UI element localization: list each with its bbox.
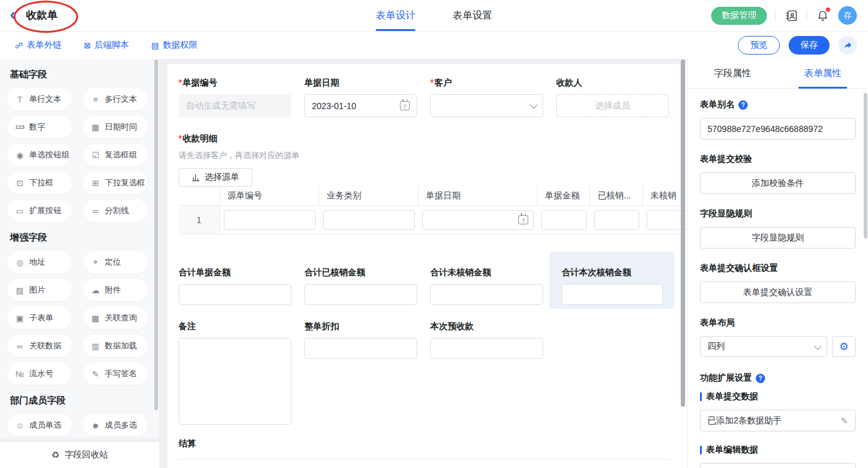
- field-customer[interactable]: 客户: [430, 77, 543, 117]
- field-payment-detail[interactable]: 收款明细 请先选择客户，再选择对应的源单 选择源单: [179, 133, 299, 187]
- source-no-input[interactable]: [224, 210, 316, 230]
- field-discount[interactable]: 整单折扣: [304, 321, 417, 359]
- field-total-written-off[interactable]: 合计已核销金额: [304, 267, 417, 305]
- sidebar-item-label: 地址: [29, 257, 45, 268]
- field-doc-no[interactable]: 单据编号 自动生成无需填写: [179, 77, 291, 117]
- sidebar-scrollbar[interactable]: [154, 60, 158, 410]
- total-written-off-input[interactable]: [304, 284, 417, 305]
- sidebar-item-subform[interactable]: ▣子表单: [7, 307, 72, 329]
- total-doc-amount-input[interactable]: [179, 284, 291, 305]
- edit-icon[interactable]: ✎: [841, 416, 848, 426]
- canvas-scrollbar[interactable]: [681, 60, 685, 407]
- sidebar-item-attachment[interactable]: ☁附件: [83, 279, 148, 301]
- sidebar-item-datetime[interactable]: ▦日期时间: [83, 116, 148, 138]
- sidebar-item-signature[interactable]: ✎手写签名: [83, 363, 148, 385]
- submit-confirm-button[interactable]: 表单提交确认设置: [700, 281, 856, 303]
- discount-input[interactable]: [304, 338, 417, 359]
- sidebar-item-checkbox-group[interactable]: ☑复选框组: [83, 144, 148, 166]
- add-operation-button[interactable]: 添加操作: [700, 463, 856, 468]
- field-total-current-write-off[interactable]: 合计本次核销金额: [562, 267, 663, 305]
- tab-field-properties[interactable]: 字段属性: [688, 59, 778, 88]
- calendar-icon[interactable]: 7: [400, 101, 410, 110]
- total-current-write-off-input[interactable]: [562, 284, 663, 305]
- total-not-written-off-input[interactable]: [430, 284, 543, 305]
- col-header-doc-date: 单据日期: [418, 186, 538, 205]
- add-validation-button[interactable]: 添加校验条件: [700, 172, 856, 194]
- cell-doc-amount: [538, 206, 590, 234]
- data-load-icon: ▥: [91, 342, 100, 351]
- save-button[interactable]: 保存: [789, 36, 830, 55]
- sidebar-item-data-load[interactable]: ▥数据加载: [83, 335, 148, 357]
- preview-button[interactable]: 预览: [738, 36, 780, 55]
- backend-script-button[interactable]: ⊠ 后端脚本: [84, 40, 129, 51]
- back-icon[interactable]: ‹: [10, 5, 16, 24]
- layout-select[interactable]: 四列: [700, 336, 827, 357]
- window-scrollbar[interactable]: [864, 93, 867, 239]
- notification-bell-icon[interactable]: [815, 8, 830, 23]
- sidebar-item-label: 成员单选: [29, 420, 61, 431]
- field-total-not-written-off[interactable]: 合计未核销金额: [430, 267, 543, 305]
- alias-input[interactable]: 570988e727e9648c66888972: [700, 118, 856, 139]
- sidebar-item-member-single[interactable]: ☺成员单选: [7, 414, 72, 436]
- doc-date-input[interactable]: 2023-01-10 7: [304, 94, 417, 117]
- sidebar-item-member-multi[interactable]: ☻成员多选: [83, 414, 148, 436]
- sidebar-item-relation-query[interactable]: ▩关联查询: [83, 307, 148, 329]
- section-title-basic-fields: 基础字段: [10, 69, 159, 81]
- data-manage-button[interactable]: 数据管理: [711, 7, 767, 25]
- field-label: 合计未核销金额: [430, 267, 543, 278]
- customer-select[interactable]: [430, 94, 543, 117]
- payee-member-picker[interactable]: 选择成员: [556, 94, 669, 117]
- sidebar-item-serial-number[interactable]: №流水号: [7, 363, 72, 385]
- toolbar-link-label: 后端脚本: [94, 40, 129, 51]
- sidebar-item-single-line-text[interactable]: T单行文本: [7, 88, 72, 110]
- share-button[interactable]: [838, 36, 857, 55]
- field-label: 本次预收款: [430, 321, 543, 332]
- help-icon[interactable]: ?: [738, 100, 748, 110]
- sidebar-item-radio-group[interactable]: ◉单选按钮组: [7, 144, 72, 166]
- tab-form-design[interactable]: 表单设计: [376, 0, 415, 31]
- layout-settings-button[interactable]: ⚙: [832, 336, 856, 357]
- sidebar-item-locate[interactable]: ⌖定位: [83, 251, 148, 273]
- field-total-doc-amount[interactable]: 合计单据金额: [179, 267, 291, 305]
- field-payee[interactable]: 收款人 选择成员: [556, 77, 669, 117]
- calendar-icon[interactable]: 7: [518, 215, 528, 224]
- visibility-label: 字段显隐规则: [700, 208, 856, 219]
- field-remark[interactable]: 备注: [179, 321, 291, 425]
- doc-no-input[interactable]: 自动生成无需填写: [179, 94, 291, 117]
- tab-form-settings[interactable]: 表单设置: [453, 0, 492, 31]
- data-permission-button[interactable]: ▤ 数据权限: [151, 40, 197, 51]
- remark-textarea[interactable]: [179, 338, 291, 425]
- written-off-input[interactable]: [594, 210, 639, 230]
- sidebar-item-label: 下拉复选框: [105, 177, 145, 188]
- visibility-rules-button[interactable]: 字段显隐规则: [700, 227, 856, 249]
- sidebar-item-number[interactable]: 123数字: [7, 116, 72, 138]
- sidebar-item-address[interactable]: ◎地址: [7, 251, 72, 273]
- contacts-book-icon[interactable]: [784, 8, 799, 23]
- field-label: 合计已核销金额: [304, 267, 417, 278]
- field-prepay[interactable]: 本次预收款: [430, 321, 543, 359]
- sidebar-item-divider-line[interactable]: ═分割线: [83, 200, 148, 222]
- sidebar-item-image[interactable]: ▨图片: [7, 279, 72, 301]
- biz-type-input[interactable]: [323, 210, 415, 230]
- script-icon: ⊠: [84, 41, 91, 50]
- select-source-doc-button[interactable]: 选择源单: [179, 168, 252, 187]
- submit-data-label: 表单提交数据: [706, 391, 758, 402]
- field-recycle-bin-button[interactable]: ♻ 字段回收站: [0, 442, 159, 468]
- row-date-input[interactable]: 7: [422, 210, 534, 230]
- sidebar-item-multi-dropdown[interactable]: ⊞下拉复选框: [83, 172, 148, 194]
- prepay-input[interactable]: [430, 338, 543, 359]
- sidebar-item-dropdown[interactable]: ⊡下拉框: [7, 172, 72, 194]
- dropdown-icon: ⊡: [15, 179, 25, 188]
- tab-form-properties[interactable]: 表单属性: [778, 59, 868, 88]
- page-title[interactable]: 收款单: [26, 8, 58, 25]
- form-external-link-button[interactable]: ☍ 表单外链: [15, 40, 61, 51]
- avatar[interactable]: 存: [838, 6, 857, 25]
- divider-icon: ═: [91, 206, 100, 216]
- sidebar-item-extend-button[interactable]: ▭扩展按钮: [7, 200, 72, 222]
- sidebar-item-multi-line-text[interactable]: ≡多行文本: [83, 88, 148, 110]
- data-assistant-box[interactable]: 已添加2条数据助手 ✎: [700, 410, 856, 431]
- sidebar-item-relation-data[interactable]: ∞关联数据: [7, 335, 72, 357]
- help-icon[interactable]: ?: [756, 374, 765, 383]
- field-doc-date[interactable]: 单据日期 2023-01-10 7: [304, 77, 417, 117]
- doc-amount-input[interactable]: [541, 210, 587, 230]
